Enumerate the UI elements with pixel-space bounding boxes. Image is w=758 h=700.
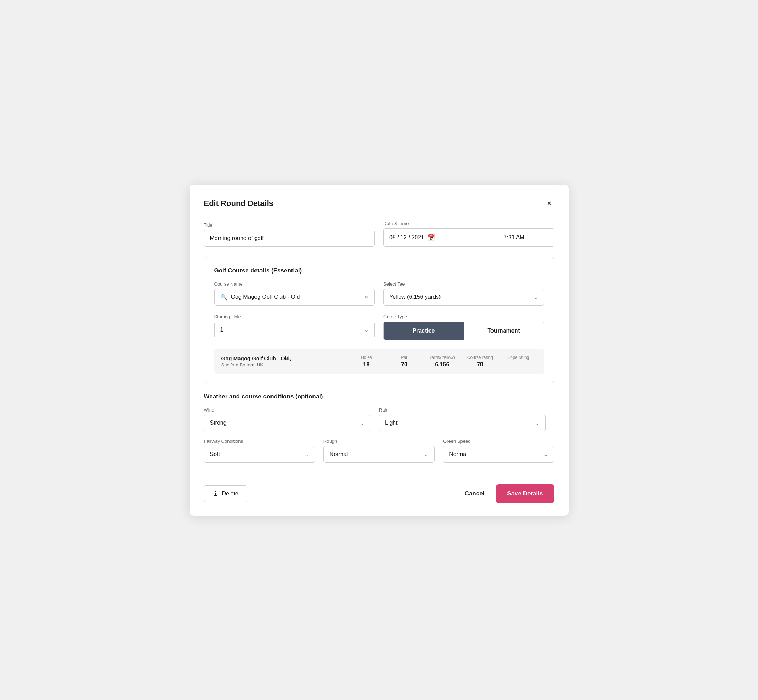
starting-hole-label: Starting Hole bbox=[214, 314, 375, 319]
golf-course-section-title: Golf Course details (Essential) bbox=[214, 267, 544, 274]
delete-label: Delete bbox=[222, 491, 238, 497]
fairway-field-group: Fairway Conditions Soft ⌄ bbox=[204, 439, 315, 463]
date-input[interactable]: 05 / 12 / 2021 📅 bbox=[383, 228, 474, 247]
footer-row: 🗑 Delete Cancel Save Details bbox=[204, 481, 554, 503]
rough-value: Normal bbox=[329, 451, 424, 458]
time-text: 7:31 AM bbox=[504, 234, 525, 241]
course-info-name: Gog Magog Golf Club - Old, bbox=[221, 355, 348, 361]
fairway-value: Soft bbox=[210, 451, 304, 458]
stat-yards: Yards(Yellow) 6,156 bbox=[423, 355, 461, 368]
close-button[interactable]: × bbox=[544, 197, 554, 209]
title-label: Title bbox=[204, 222, 375, 228]
holes-label: Holes bbox=[347, 355, 385, 360]
course-name-value: Gog Magog Golf Club - Old bbox=[231, 294, 361, 300]
select-tee-input[interactable]: Yellow (6,156 yards) ⌄ bbox=[383, 289, 544, 306]
date-time-field-group: Date & Time 05 / 12 / 2021 📅 7:31 AM bbox=[383, 221, 554, 247]
modal-title: Edit Round Details bbox=[204, 199, 274, 208]
green-speed-value: Normal bbox=[449, 451, 543, 458]
par-value: 70 bbox=[385, 361, 423, 368]
title-input[interactable] bbox=[204, 230, 375, 247]
starting-hole-select[interactable]: 1 ⌄ bbox=[214, 322, 375, 338]
save-button[interactable]: Save Details bbox=[496, 484, 554, 503]
chevron-down-icon: ⌄ bbox=[304, 451, 309, 458]
title-field-group: Title bbox=[204, 222, 375, 247]
weather-section: Weather and course conditions (optional)… bbox=[204, 393, 554, 463]
course-name-field-group: Course Name 🔍 Gog Magog Golf Club - Old … bbox=[214, 281, 375, 306]
date-time-row: 05 / 12 / 2021 📅 7:31 AM bbox=[383, 228, 554, 247]
cancel-button[interactable]: Cancel bbox=[462, 485, 487, 502]
chevron-down-icon: ⌄ bbox=[535, 420, 539, 427]
rough-field-group: Rough Normal ⌄ bbox=[324, 439, 434, 463]
game-type-toggle: Practice Tournament bbox=[383, 322, 544, 340]
slope-rating-label: Slope rating bbox=[499, 355, 537, 360]
practice-toggle-button[interactable]: Practice bbox=[384, 322, 464, 340]
course-name-input[interactable]: 🔍 Gog Magog Golf Club - Old ✕ bbox=[214, 289, 375, 306]
yards-label: Yards(Yellow) bbox=[423, 355, 461, 360]
green-speed-field-group: Green Speed Normal ⌄ bbox=[443, 439, 554, 463]
rough-label: Rough bbox=[324, 439, 434, 444]
green-speed-label: Green Speed bbox=[443, 439, 554, 444]
game-type-label: Game Type bbox=[383, 314, 544, 319]
course-name-tee-row: Course Name 🔍 Gog Magog Golf Club - Old … bbox=[214, 281, 544, 306]
golf-course-section: Golf Course details (Essential) Course N… bbox=[204, 257, 554, 383]
par-label: Par bbox=[385, 355, 423, 360]
course-stats: Holes 18 Par 70 Yards(Yellow) 6,156 Cour… bbox=[347, 355, 537, 368]
clear-course-icon[interactable]: ✕ bbox=[364, 294, 369, 300]
stat-par: Par 70 bbox=[385, 355, 423, 368]
rain-select[interactable]: Light ⌄ bbox=[379, 415, 545, 431]
holes-value: 18 bbox=[347, 361, 385, 368]
rain-field-group: Rain Light ⌄ bbox=[379, 407, 545, 431]
footer-divider bbox=[204, 473, 554, 473]
course-rating-label: Course rating bbox=[461, 355, 499, 360]
wind-label: Wind bbox=[204, 407, 370, 412]
fairway-rough-green-row: Fairway Conditions Soft ⌄ Rough Normal ⌄… bbox=[204, 439, 554, 463]
chevron-down-icon: ⌄ bbox=[534, 294, 538, 300]
date-time-label: Date & Time bbox=[383, 221, 554, 226]
chevron-down-icon: ⌄ bbox=[364, 327, 369, 333]
stat-course-rating: Course rating 70 bbox=[461, 355, 499, 368]
wind-rain-row: Wind Strong ⌄ Rain Light ⌄ bbox=[204, 407, 554, 431]
footer-right-actions: Cancel Save Details bbox=[462, 484, 554, 503]
edit-round-modal: Edit Round Details × Title Date & Time 0… bbox=[190, 184, 568, 516]
delete-button[interactable]: 🗑 Delete bbox=[204, 485, 247, 502]
rough-select[interactable]: Normal ⌄ bbox=[324, 446, 434, 463]
weather-section-title: Weather and course conditions (optional) bbox=[204, 393, 554, 400]
starting-hole-value: 1 bbox=[220, 327, 365, 333]
search-icon: 🔍 bbox=[220, 294, 227, 300]
chevron-down-icon: ⌄ bbox=[360, 420, 365, 427]
wind-value: Strong bbox=[210, 420, 360, 426]
rain-value: Light bbox=[385, 420, 535, 426]
time-input[interactable]: 7:31 AM bbox=[474, 228, 554, 247]
modal-header: Edit Round Details × bbox=[204, 197, 554, 209]
top-row: Title Date & Time 05 / 12 / 2021 📅 7:31 … bbox=[204, 221, 554, 247]
wind-field-group: Wind Strong ⌄ bbox=[204, 407, 370, 431]
green-speed-select[interactable]: Normal ⌄ bbox=[443, 446, 554, 463]
game-type-field-group: Game Type Practice Tournament bbox=[383, 314, 544, 340]
course-name-label: Course Name bbox=[214, 281, 375, 287]
tournament-toggle-button[interactable]: Tournament bbox=[464, 322, 544, 340]
trash-icon: 🗑 bbox=[213, 491, 219, 497]
calendar-icon: 📅 bbox=[427, 234, 435, 242]
course-info-name-block: Gog Magog Golf Club - Old, Shelford Bott… bbox=[221, 355, 348, 367]
wind-select[interactable]: Strong ⌄ bbox=[204, 415, 370, 431]
yards-value: 6,156 bbox=[423, 361, 461, 368]
course-rating-value: 70 bbox=[461, 361, 499, 368]
slope-rating-value: - bbox=[499, 361, 537, 368]
fairway-select[interactable]: Soft ⌄ bbox=[204, 446, 315, 463]
course-info-card: Gog Magog Golf Club - Old, Shelford Bott… bbox=[214, 348, 544, 374]
fairway-label: Fairway Conditions bbox=[204, 439, 315, 444]
rain-label: Rain bbox=[379, 407, 545, 412]
date-text: 05 / 12 / 2021 bbox=[389, 234, 424, 241]
course-info-location: Shelford Bottom, UK bbox=[221, 362, 348, 367]
select-tee-label: Select Tee bbox=[383, 281, 544, 287]
select-tee-value: Yellow (6,156 yards) bbox=[389, 294, 534, 300]
stat-holes: Holes 18 bbox=[347, 355, 385, 368]
select-tee-field-group: Select Tee Yellow (6,156 yards) ⌄ bbox=[383, 281, 544, 306]
chevron-down-icon: ⌄ bbox=[543, 451, 548, 458]
stat-slope-rating: Slope rating - bbox=[499, 355, 537, 368]
chevron-down-icon: ⌄ bbox=[424, 451, 429, 458]
starting-hole-game-type-row: Starting Hole 1 ⌄ Game Type Practice Tou… bbox=[214, 314, 544, 340]
starting-hole-field-group: Starting Hole 1 ⌄ bbox=[214, 314, 375, 340]
